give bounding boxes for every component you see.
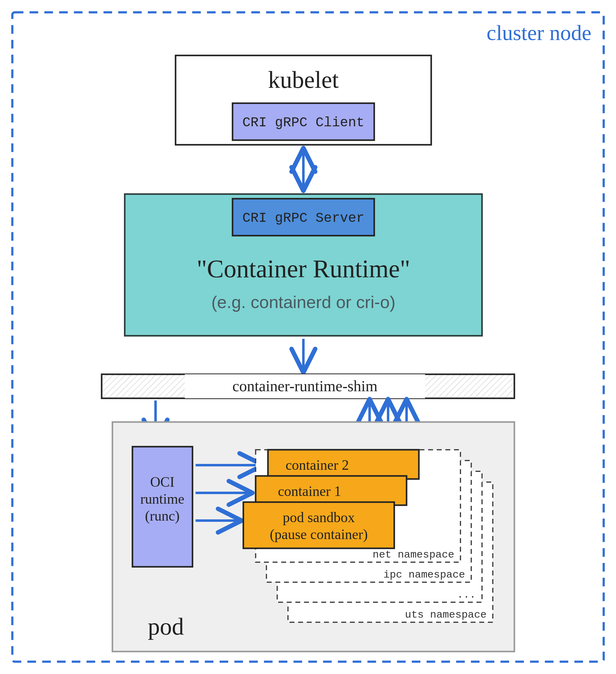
oci-runtime-box: OCI runtime (runc)	[132, 447, 193, 567]
cri-client-label: CRI gRPC Client	[242, 115, 364, 130]
sandbox-line1: pod sandbox	[283, 510, 355, 525]
kubelet-title: kubelet	[268, 66, 339, 93]
svg-rect-6	[132, 447, 193, 567]
oci-line1: OCI	[150, 474, 174, 490]
container-2-box: container 2	[268, 450, 419, 479]
ns-ipc-label: ipc namespace	[383, 569, 465, 581]
container-2-label: container 2	[285, 457, 349, 473]
oci-line2: runtime	[140, 491, 184, 507]
pod-label: pod	[148, 613, 184, 640]
kubelet-box: kubelet CRI gRPC Client	[175, 55, 431, 145]
cluster-node-label: cluster node	[487, 21, 591, 45]
ns-uts-label: uts namespace	[405, 609, 487, 621]
oci-line3: (runc)	[145, 508, 179, 524]
runtime-title: "Container Runtime"	[197, 255, 410, 283]
ns-dots-label: ...	[457, 589, 476, 601]
ns-net-label: net namespace	[373, 549, 454, 561]
runtime-subtitle: (e.g. containerd or cri-o)	[211, 292, 395, 312]
container-1-box: container 1	[256, 476, 406, 505]
shim-label: container-runtime-shim	[232, 377, 377, 395]
cri-server-label: CRI gRPC Server	[242, 210, 364, 226]
container-1-label: container 1	[278, 483, 341, 499]
sandbox-line2: (pause container)	[270, 527, 368, 542]
shim-bar: container-runtime-shim	[102, 374, 514, 398]
container-runtime-box: CRI gRPC Server "Container Runtime" (e.g…	[125, 194, 482, 336]
pod-sandbox-box: pod sandbox (pause container)	[243, 502, 394, 548]
